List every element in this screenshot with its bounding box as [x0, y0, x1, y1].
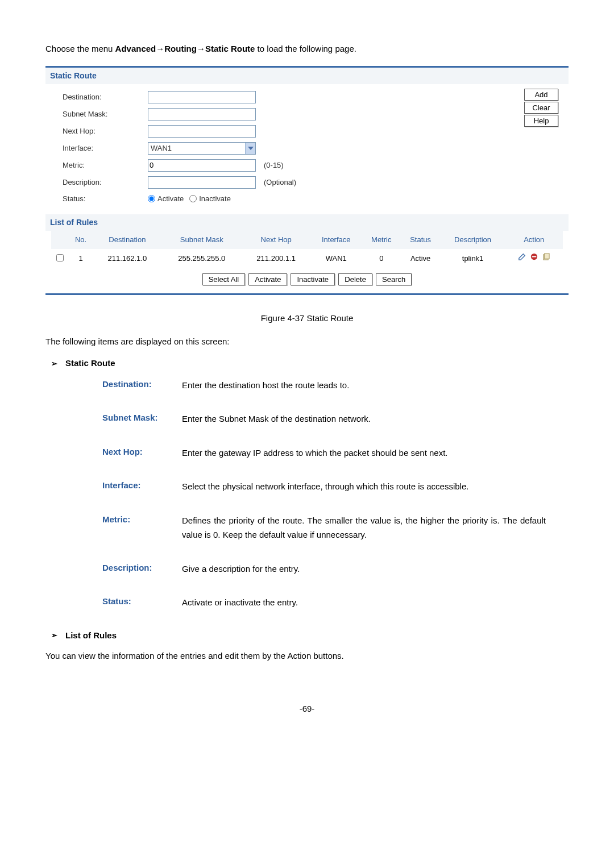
status-activate-radio[interactable]: [148, 195, 155, 202]
interface-value: WAN1: [151, 143, 172, 154]
page-number: -69-: [45, 703, 569, 716]
inactivate-button[interactable]: Inactivate: [291, 273, 335, 285]
table-row: 1 211.162.1.0 255.255.255.0 211.200.1.1 …: [51, 249, 563, 268]
clear-button[interactable]: Clear: [524, 102, 558, 114]
metric-hint: (0-15): [264, 160, 284, 171]
th-interface: Interface: [310, 231, 362, 249]
def-term: Description:: [102, 562, 182, 576]
rules-table: No. Destination Subnet Mask Next Hop Int…: [51, 231, 563, 268]
interface-select[interactable]: WAN1: [148, 142, 256, 155]
th-destination: Destination: [93, 231, 161, 249]
bullet-static-route: ➢ Static Route: [51, 357, 569, 370]
def-term: Interface:: [102, 479, 182, 494]
def-term: Status:: [102, 595, 182, 610]
def-row: Status: Activate or inactivate the entry…: [102, 595, 546, 610]
static-route-panel: Static Route Destination: Subnet Mask: N…: [45, 66, 569, 296]
def-term: Destination:: [102, 378, 182, 393]
arrow-icon: ➢: [51, 630, 57, 641]
cell-destination: 211.162.1.0: [93, 249, 161, 268]
figure-caption: Figure 4-37 Static Route: [45, 312, 569, 325]
label-subnet-mask: Subnet Mask:: [63, 109, 148, 120]
after-text: You can view the information of the entr…: [45, 650, 569, 663]
row-checkbox[interactable]: [56, 254, 64, 261]
cell-description: tplink1: [441, 249, 505, 268]
arrow-icon: ➢: [51, 358, 57, 369]
th-action: Action: [505, 231, 563, 249]
cell-no: 1: [68, 249, 93, 268]
description-input[interactable]: [148, 176, 256, 189]
def-term: Next Hop:: [102, 446, 182, 460]
description-hint: (Optional): [264, 177, 296, 188]
svg-rect-3: [544, 254, 549, 259]
cell-metric: 0: [362, 249, 401, 268]
definitions: Destination: Enter the destination host …: [45, 378, 569, 610]
nav-path-1: Routing: [164, 44, 197, 53]
cell-subnet-mask: 255.255.255.0: [161, 249, 242, 268]
form-area: Destination: Subnet Mask: Next Hop: Inte…: [45, 84, 569, 215]
nav-instruction: Choose the menu Advanced→Routing→Static …: [45, 43, 569, 56]
label-destination: Destination:: [63, 92, 148, 103]
side-buttons: Add Clear Help: [524, 89, 558, 127]
help-button[interactable]: Help: [524, 115, 558, 127]
th-next-hop: Next Hop: [242, 231, 310, 249]
th-status: Status: [401, 231, 441, 249]
th-checkbox: [51, 231, 68, 249]
th-no: No.: [68, 231, 93, 249]
status-inactivate-label: Inactivate: [199, 193, 231, 205]
def-row: Next Hop: Enter the gateway IP address t…: [102, 446, 546, 460]
nav-prefix: Choose the menu: [45, 44, 115, 53]
activate-button[interactable]: Activate: [248, 273, 287, 285]
select-all-button[interactable]: Select All: [202, 273, 245, 285]
th-description: Description: [441, 231, 505, 249]
cell-interface: WAN1: [310, 249, 362, 268]
label-description: Description:: [63, 177, 148, 188]
def-row: Metric: Defines the priority of the rout…: [102, 513, 546, 542]
subnet-mask-input[interactable]: [148, 108, 256, 121]
items-intro: The following items are displayed on thi…: [45, 335, 569, 348]
def-row: Destination: Enter the destination host …: [102, 378, 546, 393]
nav-path-2: Static Route: [205, 44, 255, 53]
def-desc: Enter the destination host the route lea…: [182, 378, 546, 393]
label-metric: Metric:: [63, 160, 148, 171]
status-inactivate-radio[interactable]: [189, 195, 197, 202]
section-title-static-route: Static Route: [45, 68, 569, 84]
label-interface: Interface:: [63, 143, 148, 154]
add-button[interactable]: Add: [524, 89, 558, 101]
metric-input[interactable]: [148, 159, 256, 172]
def-desc: Defines the priority of the route. The s…: [182, 513, 546, 542]
destination-input[interactable]: [148, 91, 256, 103]
svg-rect-1: [532, 256, 537, 258]
def-desc: Activate or inactivate the entry.: [182, 595, 546, 610]
def-row: Subnet Mask: Enter the Subnet Mask of th…: [102, 412, 546, 426]
bullet-list-rules-text: List of Rules: [65, 629, 117, 642]
bullet-static-route-text: Static Route: [65, 357, 115, 370]
def-term: Metric:: [102, 513, 182, 542]
status-activate-label: Activate: [157, 193, 184, 205]
cell-action: [505, 249, 563, 268]
nav-suffix: to load the following page.: [255, 44, 356, 53]
def-desc: Select the physical network interface, t…: [182, 479, 546, 494]
section-title-list-rules: List of Rules: [45, 214, 569, 231]
chevron-down-icon: [245, 143, 255, 154]
delete-icon[interactable]: [530, 252, 538, 264]
edit-icon[interactable]: [518, 252, 526, 264]
search-button[interactable]: Search: [376, 273, 412, 285]
cell-status: Active: [401, 249, 441, 268]
def-desc: Enter the Subnet Mask of the destination…: [182, 412, 546, 426]
def-term: Subnet Mask:: [102, 412, 182, 426]
nav-path-0: Advanced: [115, 44, 156, 53]
th-subnet-mask: Subnet Mask: [161, 231, 242, 249]
next-hop-input[interactable]: [148, 125, 256, 138]
delete-button[interactable]: Delete: [338, 273, 372, 285]
label-next-hop: Next Hop:: [63, 126, 148, 137]
cell-next-hop: 211.200.1.1: [242, 249, 310, 268]
move-icon[interactable]: [542, 252, 550, 264]
bottom-buttons: Select All Activate Inactivate Delete Se…: [51, 273, 563, 285]
th-metric: Metric: [362, 231, 401, 249]
table-area: No. Destination Subnet Mask Next Hop Int…: [45, 231, 569, 293]
label-status: Status:: [63, 193, 148, 205]
bullet-list-of-rules: ➢ List of Rules: [51, 629, 569, 642]
def-row: Description: Give a description for the …: [102, 562, 546, 576]
def-desc: Give a description for the entry.: [182, 562, 546, 576]
def-desc: Enter the gateway IP address to which th…: [182, 446, 546, 460]
